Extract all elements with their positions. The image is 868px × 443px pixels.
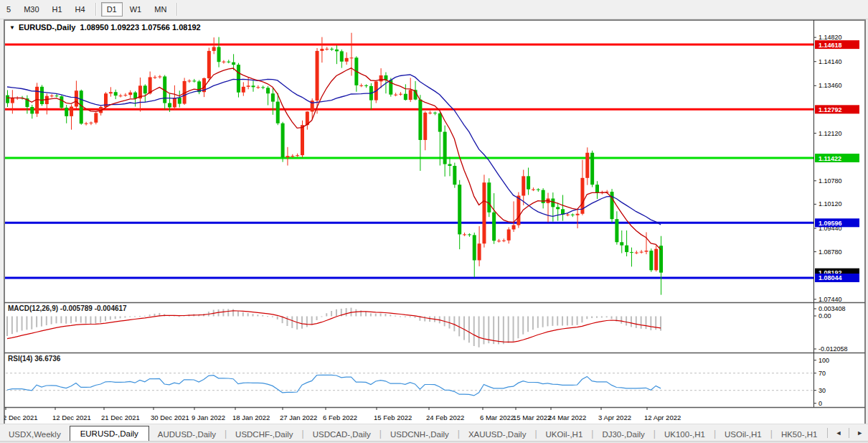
macd-histogram-bar: [611, 317, 613, 320]
macd-histogram-bar: [179, 316, 180, 317]
macd-histogram-bar: [26, 317, 27, 330]
timeframe-button-w1[interactable]: W1: [124, 2, 148, 17]
macd-histogram-bar: [326, 313, 327, 316]
tab-audusd-daily[interactable]: AUDUSD-,Daily: [149, 428, 225, 442]
tab-separator: [827, 428, 828, 438]
macd-histogram-bar: [36, 317, 37, 327]
candle-body: [128, 93, 132, 95]
macd-histogram-bar: [321, 317, 322, 317]
macd-histogram-bar: [227, 309, 229, 316]
tab-xauusd-daily[interactable]: XAUUSD-,Daily: [460, 428, 535, 442]
candle-body: [350, 57, 354, 58]
candle-body: [330, 49, 334, 50]
macd-tick-label: 0.00: [819, 312, 831, 320]
macd-histogram-bar: [410, 317, 411, 317]
macd-histogram-bar: [463, 317, 465, 340]
candle-body: [399, 94, 402, 95]
candle-body: [649, 251, 653, 270]
candle-body: [453, 166, 456, 185]
tab-usdcad-daily[interactable]: USDCAD-,Daily: [304, 428, 379, 442]
tabs-scroll-left-icon[interactable]: ◄: [829, 429, 847, 437]
candle-body: [409, 90, 412, 100]
macd-histogram-bar: [375, 314, 377, 317]
macd-histogram-bar: [591, 317, 593, 319]
candle-body: [551, 198, 555, 207]
macd-histogram-bar: [380, 314, 382, 317]
macd-histogram-bar: [110, 317, 111, 320]
tab-uk100-h1[interactable]: UK100-,H1: [656, 428, 714, 442]
candle-body: [252, 85, 255, 87]
candle-body: [463, 234, 466, 235]
date-tick-label: 21 Dec 2021: [101, 414, 140, 421]
macd-histogram-bar: [311, 317, 313, 325]
tab-hk50-h1[interactable]: HK50-,H1: [773, 428, 826, 442]
macd-histogram-bar: [222, 309, 224, 317]
macd-histogram-bar: [385, 314, 386, 317]
timeframe-button-h4[interactable]: H4: [70, 2, 91, 17]
candle-body: [60, 96, 63, 108]
macd-histogram-bar: [424, 317, 425, 322]
tab-dj30-daily[interactable]: DJ30-,Daily: [593, 428, 653, 442]
candle-body: [168, 103, 171, 108]
macd-histogram-bar: [242, 312, 244, 317]
candle-body: [571, 215, 575, 215]
price-badge-label: 1.09596: [819, 220, 842, 227]
tab-usdchf-daily[interactable]: USDCHF-,Daily: [227, 428, 302, 442]
macd-histogram-bar: [286, 317, 288, 327]
candle-body: [595, 185, 599, 192]
candle-body: [566, 215, 570, 215]
macd-histogram-bar: [429, 317, 430, 322]
macd-histogram-bar: [557, 317, 558, 326]
candle-body: [428, 113, 432, 113]
macd-histogram-bar: [267, 316, 268, 317]
price-badge-label: 1.11422: [819, 155, 841, 162]
macd-histogram-bar: [65, 317, 67, 324]
macd-histogram-bar: [606, 317, 608, 318]
macd-histogram-bar: [129, 317, 131, 317]
toolbar-separator: [95, 3, 97, 16]
tab-scroll-arrows: ◄►: [826, 424, 868, 442]
price-badge-label: 1.12792: [819, 106, 842, 113]
tabs-scroll-right-icon[interactable]: ►: [851, 429, 868, 437]
macd-histogram-bar: [660, 317, 661, 331]
rsi-tick-label: 0: [819, 400, 822, 407]
candle-body: [659, 246, 663, 272]
candle-body: [320, 49, 324, 51]
candle-body: [247, 85, 250, 86]
macd-histogram-bar: [46, 317, 47, 326]
timeframe-button-5[interactable]: 5: [1, 2, 16, 17]
rsi-line: [7, 375, 661, 396]
chart-canvas[interactable]: 1.148201.141401.134601.121201.107801.101…: [4, 20, 865, 424]
macd-histogram-bar: [277, 317, 278, 320]
collapse-icon[interactable]: ▼: [9, 24, 15, 31]
macd-histogram-bar: [291, 317, 293, 328]
macd-histogram-bar: [532, 317, 534, 330]
macd-histogram-bar: [11, 317, 13, 335]
tab-usdx-weekly[interactable]: USDX,Weekly: [0, 428, 70, 442]
candle-body: [340, 51, 344, 61]
tab-eurusd-daily[interactable]: EURUSD-,Daily: [70, 426, 149, 442]
tab-usdcnh-daily[interactable]: USDCNH-,Daily: [382, 428, 458, 442]
candle-body: [276, 102, 280, 123]
tab-ukoil-h1[interactable]: UKOil-,H1: [537, 428, 592, 442]
candle-body: [345, 58, 349, 62]
candle-body: [532, 190, 535, 190]
macd-histogram-bar: [105, 317, 106, 322]
timeframe-button-h1[interactable]: H1: [47, 2, 68, 17]
macd-histogram-bar: [493, 317, 494, 345]
candle-body: [364, 85, 368, 86]
price-tick-label: 1.13460: [819, 82, 842, 89]
macd-histogram-bar: [316, 317, 318, 320]
macd-histogram-bar: [75, 317, 77, 322]
candle-body: [65, 108, 68, 116]
date-tick-label: 18 Jan 2022: [232, 414, 270, 421]
timeframe-button-m30[interactable]: M30: [18, 2, 44, 17]
candle-body: [237, 65, 240, 93]
candle-body: [301, 125, 304, 155]
date-tick-label: 30 Dec 2021: [151, 414, 189, 421]
price-tick-label: 1.08780: [819, 248, 842, 256]
tab-usoil-h1[interactable]: USOil-,H1: [716, 428, 770, 442]
timeframe-button-d1[interactable]: D1: [101, 2, 123, 17]
candle-body: [6, 95, 9, 103]
timeframe-button-mn[interactable]: MN: [148, 2, 172, 17]
